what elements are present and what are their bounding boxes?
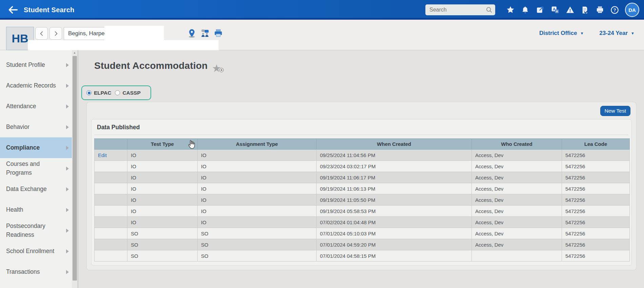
section-title: Data Published [94,124,629,131]
sidebar-item-label: Compliance [6,143,40,152]
school-selector[interactable]: District Office ▼ [539,30,584,37]
section-divider [95,135,628,135]
svg-text:a: a [556,9,558,13]
sidebar-item-attendance[interactable]: Attendance [0,96,72,117]
column-header-test-type[interactable]: Test Type [127,139,198,150]
sidebar-item-compliance[interactable]: Compliance [0,137,72,158]
data-cell: SO [198,250,317,262]
sidebar-item-student-profile[interactable]: Student Profile [0,55,72,75]
search-icon[interactable] [485,6,493,14]
scroll-up-arrow-icon[interactable]: ▲ [72,50,77,55]
data-cell [95,228,127,239]
sidebar-item-data-exchange[interactable]: Data Exchange [0,179,72,199]
data-cell [95,239,127,250]
data-cell: 07/01/2024 04:58:15 PM [317,250,472,262]
sidebar-item-health[interactable]: Health [0,199,72,220]
help-icon[interactable]: ? [610,5,619,15]
chevron-right-icon [66,249,69,253]
data-cell: 5472256 [562,206,630,217]
translate-icon[interactable]: A a [550,5,560,15]
sidebar-item-school-enrollment[interactable]: School Enrollment [0,241,72,262]
navigation-sidebar: Student Profile Academic Records Attenda… [0,50,72,288]
data-cell [95,194,127,206]
student-conference-icon[interactable] [200,28,210,38]
radio-cassp[interactable] [115,90,120,95]
column-header-who-created[interactable]: Who Created [472,139,562,150]
chevron-right-icon [66,229,69,233]
data-cell [95,161,127,172]
data-cell: SO [127,250,198,262]
data-cell: Access, Dev [472,228,562,239]
next-student-button[interactable] [49,27,62,40]
sidebar-item-courses-and-programs[interactable]: Courses and Programs [0,158,72,179]
test-type-radio-group: ELPAC CASSP [81,85,151,100]
chevron-right-icon [66,208,69,212]
open-new-window-icon[interactable] [536,5,545,15]
data-cell: 09/25/2024 11:04:56 PM [317,150,472,161]
column-header-lea-code[interactable]: Lea Code [562,139,630,150]
table-header-row: Test TypeAssignment TypeWhen CreatedWho … [95,139,630,150]
data-cell: IO [198,194,317,206]
column-header-when-created[interactable]: When Created [317,139,472,150]
year-selector[interactable]: 23-24 Year ▼ [599,30,635,37]
data-cell [95,217,127,228]
edit-link[interactable]: Edit [98,152,107,158]
sidebar-list: Student Profile Academic Records Attenda… [0,50,72,282]
print-icon[interactable] [595,5,604,15]
data-cell: SO [127,228,198,239]
chevron-right-icon [66,146,69,150]
alerts-warning-icon[interactable] [565,5,575,15]
data-cell: IO [198,217,317,228]
sidebar-item-transactions[interactable]: Transactions [0,262,72,282]
data-cell: IO [198,183,317,194]
sidebar-item-academic-records[interactable]: Academic Records [0,75,72,96]
previous-student-button[interactable] [35,27,48,40]
sidebar-item-label: Behavior [6,123,29,131]
chevron-down-icon: ▼ [631,32,635,35]
sidebar-item-postsecondary-readiness[interactable]: Postsecondary Readiness [0,220,72,241]
sidebar-item-label: Student Profile [6,61,45,69]
chevron-down-icon: ▼ [580,32,584,35]
data-cell: 5472256 [562,250,630,262]
autocomplete-overlay [104,26,164,41]
sidebar-item-label: Health [6,206,23,214]
table-row: IOIO09/19/2024 11:05:50 PMAccess, Dev547… [95,194,630,206]
data-cell: 5472256 [562,228,630,239]
data-cell: IO [127,172,198,183]
data-cell: 07/01/2024 05:10:03 PM [317,228,472,239]
data-cell [95,250,127,262]
chevron-right-icon [66,84,69,88]
favorites-star-icon[interactable] [506,5,515,15]
table-row: IOIO09/23/2024 03:02:17 PMAccess, Dev547… [95,161,630,172]
back-button[interactable] [7,4,18,15]
data-cell: Access, Dev [472,217,562,228]
search-input[interactable] [425,7,495,13]
data-cell: 5472256 [562,183,630,194]
data-cell: Access, Dev [472,239,562,250]
radio-elpac[interactable] [86,90,92,95]
table-row: IOIO09/19/2024 11:06:13 PMAccess, Dev547… [95,183,630,194]
data-cell: 09/19/2024 11:06:13 PM [317,183,472,194]
sidebar-item-behavior[interactable]: Behavior [0,117,72,137]
scrollbar-thumb[interactable] [73,56,77,281]
data-cell: Access, Dev [472,183,562,194]
data-cell: IO [127,183,198,194]
location-pin-icon[interactable] [187,28,197,38]
column-header-action[interactable] [95,139,127,150]
sidebar-item-label: Data Exchange [6,185,47,193]
chevron-right-icon [66,167,69,171]
content-panel: New Test Data Published Test TypeAssignm… [86,102,637,270]
data-cell: SO [198,239,317,250]
data-cell [95,206,127,217]
release-notes-check-icon[interactable] [580,5,589,15]
student-toolbar: HB District Office ▼ [0,20,644,50]
table-row: SOSO07/01/2024 05:10:03 PMAccess, Dev547… [95,228,630,239]
print-student-icon[interactable] [214,28,223,38]
user-avatar[interactable]: DA [625,3,639,17]
add-to-favorites-button[interactable]: ★ + [212,63,225,75]
new-test-button[interactable]: New Test [600,106,630,116]
column-header-assignment-type[interactable]: Assignment Type [198,139,317,150]
sidebar-scrollbar[interactable]: ▲ [72,50,77,288]
notifications-bell-icon[interactable] [521,5,530,15]
data-cell: IO [198,172,317,183]
